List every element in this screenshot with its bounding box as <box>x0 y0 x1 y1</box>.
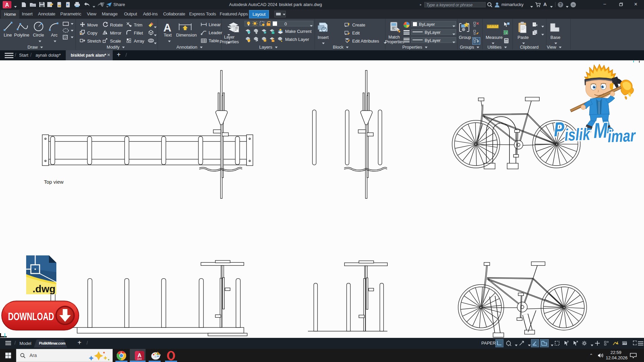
svg-text:.dwg: .dwg <box>33 283 55 294</box>
svg-text:Pislik Mimar: Pislik Mimar <box>553 115 636 148</box>
svg-text:CAD: CAD <box>138 358 142 360</box>
svg-text:?: ? <box>559 2 561 7</box>
svg-text:Top view: Top view <box>44 179 64 185</box>
svg-text:A: A <box>5 2 9 8</box>
svg-text:DOWNLOAD: DOWNLOAD <box>8 311 54 322</box>
